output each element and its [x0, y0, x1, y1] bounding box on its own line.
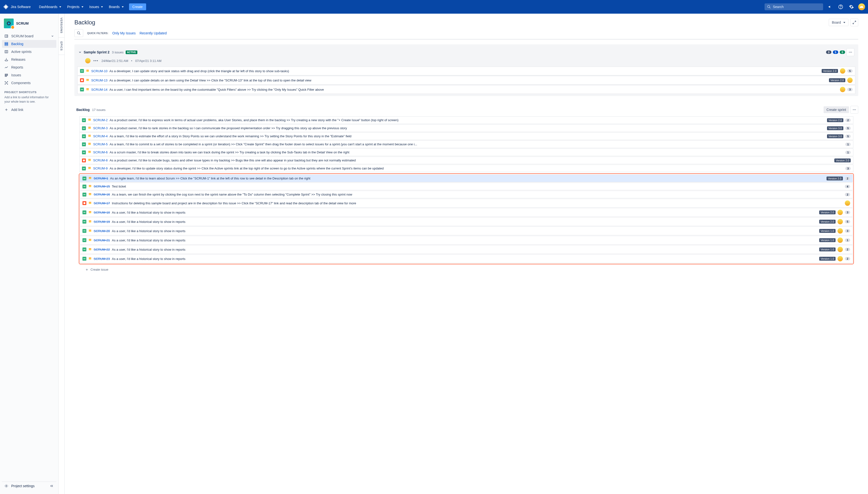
epics-panel-toggle[interactable]: EPICS: [58, 38, 64, 55]
issue-row[interactable]: SCRUM-22As a user, I'd like a historical…: [80, 245, 853, 254]
user-avatar[interactable]: [858, 3, 865, 10]
filter-recently-updated[interactable]: Recently Updated: [140, 31, 167, 35]
assignee-avatar[interactable]: [837, 238, 843, 243]
svg-rect-104: [84, 240, 86, 241]
help-button[interactable]: [837, 3, 845, 11]
sidebar-item-backlog[interactable]: Backlog: [2, 40, 56, 48]
nav-dashboards[interactable]: Dashboards: [37, 3, 64, 10]
sprint-name[interactable]: Sample Sprint 2: [84, 50, 110, 54]
notifications-button[interactable]: [826, 3, 834, 11]
sidebar-board-link[interactable]: SCRUM board: [2, 32, 56, 40]
issue-row[interactable]: SCRUM-8As a product owner, I'd like to i…: [79, 156, 853, 164]
issue-row[interactable]: SCRUM-23As a user, I'd like a historical…: [80, 254, 853, 263]
fullscreen-button[interactable]: [850, 19, 858, 26]
issue-row[interactable]: SCRUM-14As a user, I can find important …: [77, 85, 855, 94]
status-pill-inprogress: 5: [833, 51, 838, 54]
svg-rect-84: [84, 194, 86, 195]
add-link-button[interactable]: Add link: [2, 106, 56, 114]
assignee-avatar[interactable]: [837, 256, 843, 261]
collapse-icon[interactable]: [50, 484, 54, 488]
issue-row[interactable]: SCRUM-4As a team, I'd like to estimate t…: [79, 132, 853, 140]
filter-search-button[interactable]: [74, 29, 83, 37]
settings-button[interactable]: [848, 3, 855, 11]
search-input[interactable]: [773, 5, 821, 9]
global-search[interactable]: [764, 3, 823, 10]
issue-summary: As a team, I'd like to commit to a set o…: [110, 142, 843, 146]
issue-row[interactable]: SCRUM-1As an Agile team, I'd like to lea…: [80, 175, 853, 182]
issue-row[interactable]: SCRUM-21As a user, I'd like a historical…: [80, 236, 853, 245]
priority-icon: [88, 184, 92, 189]
issue-key-link[interactable]: SCRUM-9: [93, 167, 108, 170]
assignee-avatar[interactable]: [845, 201, 850, 206]
assignee-avatar[interactable]: [837, 210, 843, 215]
issue-row[interactable]: SCRUM-3As a product owner, I'd like to r…: [79, 125, 853, 132]
sidebar-item-issues[interactable]: Issues: [2, 71, 56, 79]
issue-type-story-icon: [82, 118, 86, 122]
assignee-avatar[interactable]: [840, 87, 845, 92]
project-settings-link[interactable]: Project settings: [4, 484, 35, 488]
issue-row[interactable]: SCRUM-10As a developer, I can update sto…: [77, 66, 855, 75]
board-dropdown[interactable]: Board: [829, 19, 849, 26]
nav-projects[interactable]: Projects: [64, 3, 86, 10]
issue-row[interactable]: SCRUM-16As a team, we can finish the spr…: [80, 191, 853, 198]
issue-key-link[interactable]: SCRUM-1: [94, 176, 108, 180]
issue-row[interactable]: SCRUM-5As a team, I'd like to commit to …: [79, 140, 853, 148]
estimate-badge: 3: [845, 167, 851, 170]
issue-key-link[interactable]: SCRUM-13: [91, 78, 107, 82]
assignee-avatar[interactable]: [837, 228, 843, 233]
issue-key-link[interactable]: SCRUM-19: [94, 220, 110, 224]
issue-key-link[interactable]: SCRUM-17: [94, 202, 110, 205]
sidebar-item-components[interactable]: Components: [2, 79, 56, 87]
nav-right: [764, 3, 865, 11]
backlog-more-button[interactable]: [850, 106, 858, 114]
assignee-avatar[interactable]: [847, 78, 853, 83]
issue-key-link[interactable]: SCRUM-18: [94, 211, 110, 214]
issue-key-link[interactable]: SCRUM-16: [94, 193, 110, 196]
issue-type-story-icon: [82, 150, 86, 154]
issue-row[interactable]: SCRUM-13As a developer, I can update det…: [77, 76, 855, 84]
issue-row[interactable]: SCRUM-9As a developer, I'd like to updat…: [79, 165, 853, 172]
issue-row[interactable]: SCRUM-20As a user, I'd like a historical…: [80, 227, 853, 235]
issue-key-link[interactable]: SCRUM-22: [94, 248, 110, 251]
issue-row[interactable]: SCRUM-6As a scrum master, I'd like to br…: [79, 149, 853, 156]
issue-key-link[interactable]: SCRUM-20: [94, 229, 110, 233]
create-button[interactable]: Create: [129, 3, 146, 10]
nav-issues[interactable]: Issues: [87, 3, 105, 10]
issue-key-link[interactable]: SCRUM-6: [93, 150, 108, 154]
issue-key-link[interactable]: SCRUM-15: [94, 185, 110, 188]
create-issue-button[interactable]: Create issue: [74, 265, 858, 274]
assignee-avatar[interactable]: [837, 219, 843, 224]
sprint-assignee-avatar[interactable]: [85, 58, 91, 63]
issue-key-link[interactable]: SCRUM-8: [93, 158, 108, 162]
issue-key-link[interactable]: SCRUM-14: [91, 88, 107, 91]
project-header[interactable]: SCRUM: [2, 18, 56, 32]
issue-key-link[interactable]: SCRUM-2: [93, 118, 108, 122]
issue-key-link[interactable]: SCRUM-23: [94, 257, 110, 261]
sidebar-item-reports[interactable]: Reports: [2, 63, 56, 71]
sprint-more-button[interactable]: [847, 48, 854, 56]
create-sprint-button[interactable]: Create sprint: [824, 106, 849, 113]
issue-row[interactable]: SCRUM-15Test ticket4: [80, 183, 853, 190]
issue-key-link[interactable]: SCRUM-10: [91, 69, 107, 73]
issue-key-link[interactable]: SCRUM-21: [94, 239, 110, 242]
issue-key-link[interactable]: SCRUM-3: [93, 126, 108, 130]
issue-row[interactable]: SCRUM-17Instructions for deleting this s…: [80, 199, 853, 208]
versions-panel-toggle[interactable]: VERSIONS: [58, 14, 64, 38]
product-logo[interactable]: Jira Software: [3, 4, 31, 10]
nav-boards[interactable]: Boards: [106, 3, 126, 10]
assignee-avatar[interactable]: [840, 68, 845, 74]
assignee-avatar[interactable]: [837, 247, 843, 252]
sidebar-item-releases[interactable]: Releases: [2, 56, 56, 63]
collapse-toggle[interactable]: [78, 51, 82, 54]
issue-key-link[interactable]: SCRUM-5: [93, 142, 108, 146]
issue-row[interactable]: SCRUM-19As a user, I'd like a historical…: [80, 217, 853, 226]
issue-row[interactable]: SCRUM-18As a user, I'd like a historical…: [80, 208, 853, 217]
sidebar-item-active-sprints[interactable]: Active sprints: [2, 48, 56, 56]
sprint-header: Sample Sprint 2 3 issues ACTIVE 3 5 0: [75, 45, 857, 58]
issue-row[interactable]: SCRUM-2As a product owner, I'd like to e…: [79, 116, 853, 124]
backlog-name[interactable]: Backlog: [76, 108, 90, 112]
sprint-more-assignees[interactable]: •••: [93, 59, 98, 63]
issues-icon: [4, 73, 8, 77]
filter-only-my-issues[interactable]: Only My Issues: [112, 31, 136, 35]
issue-key-link[interactable]: SCRUM-4: [93, 134, 108, 138]
